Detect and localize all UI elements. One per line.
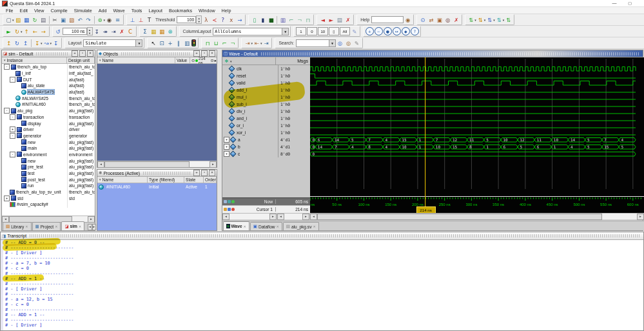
combobox-arrow-icon[interactable]: ▼ — [282, 28, 288, 35]
up-level-icon[interactable]: ↑ — [23, 28, 30, 35]
instance-name[interactable]: transaction — [23, 115, 44, 119]
copy-icon[interactable]: ▣ — [59, 16, 67, 24]
wave-group-icon[interactable]: ❖ — [223, 57, 231, 65]
waveform-canvas[interactable]: 0614574151712115101211101457401474841011… — [310, 57, 644, 213]
panel-add-button[interactable]: + — [193, 170, 200, 176]
tree-row[interactable]: -generatorgenerator — [2, 133, 95, 139]
tree-row[interactable]: alu_statealu(fast) — [2, 83, 95, 89]
question-icon[interactable]: ? — [219, 16, 227, 24]
tree-row[interactable]: -DUTalu(fast) — [2, 76, 95, 83]
edge-up-icon[interactable]: ⊓ — [204, 39, 211, 47]
toolbar-input[interactable]: 100 ns — [63, 28, 87, 35]
wave-signal-row[interactable]: clk1'h0 — [222, 65, 310, 72]
wave-signal-row[interactable]: xor_i1'h0 — [222, 129, 310, 136]
world-icon[interactable]: ⊕ — [166, 28, 174, 35]
tree-row[interactable]: -environmentenvironment — [2, 152, 95, 158]
processes-column-2[interactable]: State — [184, 177, 204, 183]
tree-expander[interactable]: + — [4, 196, 10, 201]
instance-name[interactable]: #ALWAYS#75 — [28, 90, 54, 94]
panel-stretch-handle[interactable] — [30, 234, 640, 237]
tree-expander[interactable]: - — [4, 108, 10, 114]
profile-icon[interactable]: Σ — [141, 28, 149, 35]
tree-expander[interactable]: - — [10, 152, 15, 157]
search-settings-icon[interactable]: ✎ — [353, 39, 360, 47]
search-find-icon[interactable]: ◎ — [336, 39, 344, 47]
collapse-down-icon[interactable]: ↧ — [52, 39, 60, 47]
zoom-other-icon[interactable]: ? — [411, 27, 419, 35]
processes-column-0[interactable]: ▼Name — [97, 177, 148, 183]
find-icon[interactable]: ◉ — [106, 16, 113, 24]
menu-bookmarks[interactable]: Bookmarks — [166, 8, 195, 14]
wave-group-icon[interactable]: ▥ — [279, 16, 287, 24]
toolbar-combobox[interactable]: AllColumns▼ — [213, 28, 289, 35]
objects-column-headers[interactable]: ▼Name Value ⊙ 214 ns ⊙ ▸ — [97, 57, 217, 64]
zoom-range-icon[interactable]: ↔ — [393, 27, 401, 35]
cut-icon[interactable]: ✂ — [51, 16, 59, 24]
sim-panel-header[interactable]: ◪ sim - Default + ▫ × — [2, 50, 95, 57]
wave-signal-row[interactable]: sub_i1'h0 — [222, 101, 310, 108]
pan-mode-icon[interactable]: + — [166, 39, 174, 47]
tab-close-icon[interactable]: ✕ — [55, 225, 57, 228]
spinner-buttons[interactable]: ▲▼ — [87, 27, 93, 35]
environment-icon[interactable]: ⊚ — [96, 16, 104, 24]
menu-view[interactable]: View — [31, 8, 47, 14]
tab-dataflow[interactable]: ▣Dataflow✕ — [250, 222, 282, 230]
threshold-letter-icon[interactable]: T — [146, 16, 153, 24]
edge-l-icon[interactable]: ⌐ — [220, 39, 228, 47]
wave-signal-row[interactable]: and_i1'h0 — [222, 115, 310, 122]
transcript-header[interactable]: ◨ Transcript — [1, 232, 643, 240]
delete-cursor-icon[interactable]: ⊥ — [137, 16, 145, 24]
redo-icon[interactable]: ↷ — [84, 16, 92, 24]
forward-icon[interactable]: → — [39, 28, 47, 35]
rotate-icon[interactable]: ↻ — [14, 39, 21, 47]
instance-name[interactable]: tbench_alu_top_sv_unit — [16, 190, 61, 194]
radix-pencil-icon[interactable]: ✎ — [351, 28, 358, 35]
tree-row[interactable]: -tbench_alu_toptbench_alu_to — [2, 64, 95, 70]
clear-all-icon[interactable]: ✗ — [453, 16, 460, 24]
processes-column-1[interactable]: Type (filtered) — [148, 177, 184, 183]
tree-expander[interactable]: + — [10, 126, 15, 132]
wave-signal-row[interactable]: +a4'd1 — [222, 136, 310, 143]
expand-up-icon[interactable]: ↥ — [5, 39, 13, 47]
list-icon[interactable]: ≡ — [114, 16, 122, 24]
tree-row[interactable]: #vsim_capacity# — [2, 201, 95, 208]
panel-close-button[interactable]: × — [209, 170, 215, 176]
panel-stretch-handle[interactable] — [36, 52, 68, 55]
wave-signal-row[interactable]: add_i1'h0 — [222, 86, 310, 94]
instance-name[interactable]: std — [17, 196, 23, 201]
refresh-e-icon[interactable]: ⇅ — [505, 16, 512, 24]
instance-name[interactable]: alu_pkg — [17, 108, 32, 113]
tree-row[interactable]: #INITIAL#60tbench_alu_to — [2, 101, 95, 108]
panel-stretch-handle[interactable] — [143, 172, 190, 175]
tab-close-icon[interactable]: ✕ — [313, 225, 315, 228]
instance-name[interactable]: #ALWAYS#25 — [22, 96, 48, 101]
window-pane-icon[interactable]: ▣ — [436, 16, 444, 24]
maximize-button[interactable]: ▢ — [625, 0, 635, 6]
signal-expander[interactable]: + — [224, 137, 229, 143]
tree-expander[interactable]: - — [10, 133, 15, 139]
tree-row[interactable]: mainalu_pkg(fast) — [2, 145, 95, 152]
tab-close-icon[interactable]: ✕ — [244, 225, 246, 228]
wave-signal-row[interactable]: or_i1'h0 — [222, 122, 310, 129]
wave-signal-row[interactable]: +c8'd0 — [222, 150, 310, 157]
radix-button-10[interactable]: 10 — [318, 27, 328, 35]
tree-row[interactable]: post_testalu_pkg(fast) — [2, 176, 95, 183]
tree-row[interactable]: +stdstd — [2, 195, 95, 201]
instance-name[interactable]: environment — [23, 152, 46, 157]
swap-icon[interactable]: ⇄ — [427, 16, 435, 24]
prev-diff-icon[interactable]: ◄ — [319, 16, 327, 24]
report-icon[interactable]: ▤ — [336, 16, 344, 24]
toolbar-input[interactable]: 100 — [177, 16, 196, 23]
combobox-arrow-icon[interactable]: ▼ — [135, 40, 142, 46]
insert-cursor-icon[interactable]: ⊥ — [129, 16, 137, 24]
run-all-icon[interactable]: ↠ — [101, 28, 109, 35]
toolbar-input[interactable] — [371, 16, 404, 23]
menu-file[interactable]: File — [3, 8, 17, 14]
collapse-up-icon[interactable]: ↥ — [22, 39, 30, 47]
minimize-button[interactable]: — — [609, 0, 620, 6]
wave-inactive-icon[interactable]: ▯ — [251, 16, 259, 24]
processes-column-headers[interactable]: ▼NameType (filtered)StateOrder — [97, 177, 217, 183]
stop-icon[interactable]: ✗ — [118, 28, 126, 35]
panel-undock-button[interactable]: ▫ — [201, 170, 208, 176]
panel-stretch-handle[interactable] — [121, 52, 190, 55]
